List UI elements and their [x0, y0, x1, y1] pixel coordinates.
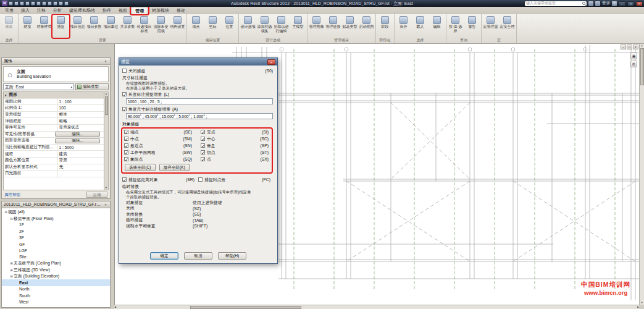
properties-scrollbar[interactable]: ▲ ▼: [104, 92, 108, 190]
ribbon-tab[interactable]: 建筑师和场地: [65, 7, 99, 14]
thin-lines-icon[interactable]: [64, 1, 69, 6]
maximize-button[interactable]: □: [627, 1, 634, 6]
horizontal-scrollbar[interactable]: ◀ ▶: [114, 305, 639, 309]
snap-distant-checkbox[interactable]: [122, 177, 127, 182]
ribbon-button[interactable]: 坐标: [204, 15, 221, 38]
snaps-off-checkbox[interactable]: [122, 69, 127, 73]
ribbon-button[interactable]: 共享参数: [119, 15, 136, 38]
ribbon-button[interactable]: 项目信息: [69, 15, 86, 38]
check-none-button[interactable]: 放弃全部(K): [159, 164, 190, 171]
tree-item[interactable]: GF: [2, 241, 110, 247]
ribbon-button[interactable]: 添加到选项集: [256, 15, 273, 38]
ribbon-button[interactable]: 宏安全性: [499, 15, 516, 38]
tree-item[interactable]: ⊞ 天花板平面 (Ceiling Plan): [2, 260, 110, 266]
check-all-button[interactable]: 选择全部(C): [125, 164, 156, 171]
ribbon-tab[interactable]: 分析: [49, 7, 65, 14]
zoom-icon[interactable]: ⊕: [630, 61, 637, 67]
ribbon-button[interactable]: 捕捉: [52, 15, 69, 38]
ribbon-button[interactable]: 地点: [188, 15, 204, 38]
property-value[interactable]: 粗略: [57, 118, 104, 124]
ribbon-tab[interactable]: 插入: [17, 7, 33, 14]
tag-icon[interactable]: [48, 1, 52, 6]
property-value[interactable]: [57, 171, 104, 177]
property-value[interactable]: 建筑: [57, 151, 104, 157]
communication-center-icon[interactable]: [588, 1, 593, 6]
ok-button[interactable]: 确定: [150, 252, 178, 260]
property-value[interactable]: 100: [57, 105, 104, 111]
section-icon[interactable]: [59, 1, 63, 6]
help-icon[interactable]: ?: [612, 1, 617, 6]
ribbon-button[interactable]: 按 ID 选择: [447, 15, 464, 38]
instance-selector[interactable]: 立面: East ▾: [3, 83, 74, 90]
ribbon-button[interactable]: 位置: [221, 15, 238, 38]
apply-button[interactable]: 应用: [86, 192, 107, 198]
property-value[interactable]: 标准: [57, 112, 104, 118]
tree-item[interactable]: 1F: [2, 222, 110, 228]
search-input[interactable]: 键入关键字或短语: [525, 1, 587, 6]
tree-item[interactable]: East: [2, 279, 110, 286]
tree-expander-icon[interactable]: ⊟: [4, 210, 8, 214]
property-value[interactable]: 编辑...: [55, 138, 100, 143]
horizontal-scroll-thumb[interactable]: [190, 306, 301, 309]
ribbon-tab[interactable]: 管理: [131, 7, 148, 14]
snap-checkbox[interactable]: [124, 137, 128, 141]
ribbon-tab[interactable]: 视图: [115, 7, 131, 14]
close-button[interactable]: ×: [636, 1, 643, 6]
ribbon-button[interactable]: 载入: [412, 15, 429, 38]
length-increments-input[interactable]: [126, 98, 273, 104]
ribbon-button[interactable]: 阶段: [377, 15, 393, 38]
snap-checkbox[interactable]: [124, 150, 128, 154]
ribbon-button[interactable]: 结构设置: [169, 15, 186, 38]
scroll-down-icon[interactable]: ▼: [105, 186, 107, 190]
cancel-button[interactable]: 取消: [184, 252, 212, 260]
scroll-up-icon[interactable]: ▲: [641, 44, 643, 48]
property-value[interactable]: 编辑...: [55, 132, 100, 137]
snap-pointcloud-checkbox[interactable]: [198, 177, 203, 182]
tree-item[interactable]: Site: [2, 254, 110, 260]
tree-item[interactable]: ⊟ 视图 (all): [2, 209, 110, 215]
3d-view-icon[interactable]: [53, 1, 57, 6]
tree-item[interactable]: South: [2, 292, 110, 298]
tree-item[interactable]: North: [2, 286, 110, 292]
vertical-scroll-thumb[interactable]: [640, 48, 644, 85]
tree-item[interactable]: ⊟ 楼层平面 (Floor Plan): [2, 215, 110, 221]
view-restore-icon[interactable]: □: [627, 44, 632, 49]
ribbon-button[interactable]: 项目参数: [86, 15, 102, 38]
property-value[interactable]: 1 : 5000: [57, 145, 104, 151]
ribbon-button[interactable]: 管理链接: [325, 15, 341, 38]
ribbon-button[interactable]: 编辑: [429, 15, 445, 38]
tree-item[interactable]: ⊞ 三维视图 (3D View): [2, 267, 110, 273]
snaps-dialog-titlebar[interactable]: 捕捉 ×: [119, 58, 277, 66]
save-icon[interactable]: [14, 1, 19, 6]
ribbon-button[interactable]: 启动视图: [358, 15, 375, 38]
ribbon-tab[interactable]: 常用: [1, 7, 17, 14]
ribbon-button[interactable]: 修改: [1, 15, 17, 38]
open-icon[interactable]: [9, 1, 13, 6]
properties-help-link[interactable]: 属性帮助: [4, 192, 20, 198]
vertical-scrollbar[interactable]: ▲ ▼: [639, 44, 644, 305]
collapse-icon[interactable]: [5, 93, 7, 97]
snap-checkbox[interactable]: [124, 143, 128, 148]
snap-checkbox[interactable]: [201, 143, 205, 148]
scroll-right-icon[interactable]: ▶: [637, 305, 639, 309]
snap-checkbox[interactable]: [201, 130, 205, 134]
tree-item[interactable]: 2F: [2, 228, 110, 234]
snaps-dialog-close-button[interactable]: ×: [267, 59, 275, 65]
ribbon-button[interactable]: 拾取以进行编辑: [273, 15, 290, 38]
tree-item[interactable]: LGF: [2, 247, 110, 253]
tree-expander-icon[interactable]: ⊟: [9, 274, 14, 278]
ribbon-button[interactable]: 宏管理器: [482, 15, 499, 38]
ribbon-tab[interactable]: 附加模块: [148, 7, 173, 14]
view-minimize-icon[interactable]: –: [621, 44, 626, 49]
properties-scroll-thumb[interactable]: [105, 96, 108, 115]
ribbon-button[interactable]: 管理图像: [308, 15, 325, 38]
project-browser-close-icon[interactable]: ×: [103, 203, 108, 206]
angle-increments-input[interactable]: [126, 113, 273, 119]
dimension-icon[interactable]: [42, 1, 46, 6]
ribbon-button[interactable]: 贴花类型: [341, 15, 358, 38]
search-icon[interactable]: [582, 2, 585, 5]
view-close-icon[interactable]: ×: [633, 44, 638, 49]
scroll-left-icon[interactable]: ◀: [114, 305, 116, 309]
ribbon-button[interactable]: 项目单位: [102, 15, 119, 38]
redo-icon[interactable]: [25, 1, 30, 6]
